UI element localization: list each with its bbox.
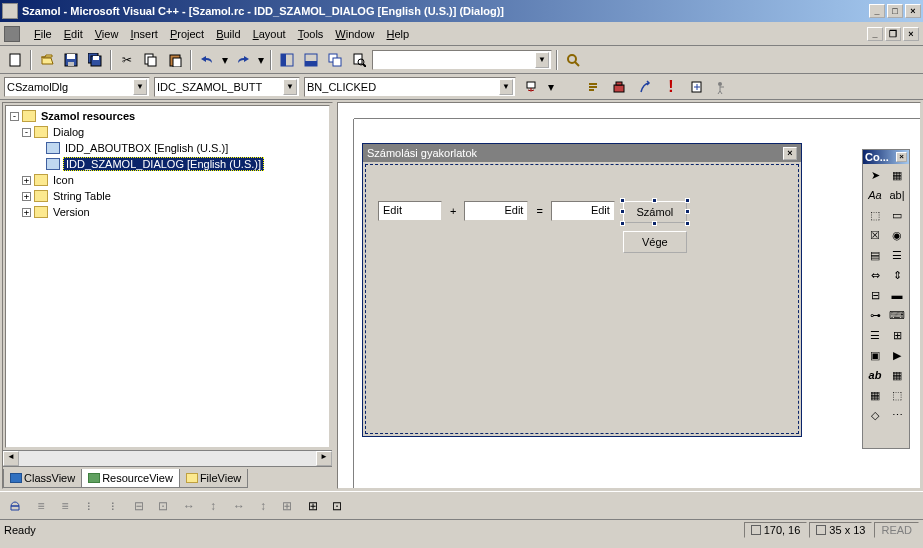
class-combo[interactable]: CSzamolDlg ▼ <box>4 77 150 97</box>
expand-toggle[interactable]: - <box>22 128 31 137</box>
edit-field-3[interactable]: Edit <box>551 201 615 221</box>
menu-project[interactable]: Project <box>164 26 210 42</box>
toggle-guides-button[interactable]: ⊡ <box>326 495 348 517</box>
same-width-button[interactable]: ↔ <box>228 495 250 517</box>
window-list-button[interactable] <box>324 49 346 71</box>
control-combo-dropdown[interactable]: ▼ <box>283 79 297 95</box>
menu-insert[interactable]: Insert <box>124 26 164 42</box>
go-button[interactable] <box>686 76 708 98</box>
stop-build-button[interactable] <box>634 76 656 98</box>
message-combo-dropdown[interactable]: ▼ <box>499 79 513 95</box>
tree-root[interactable]: - Szamol resources <box>8 108 327 124</box>
maximize-button[interactable]: □ <box>887 4 903 18</box>
tree-version-folder[interactable]: + Version <box>8 204 327 220</box>
expand-toggle[interactable]: - <box>10 112 19 121</box>
same-height-button[interactable]: ↕ <box>252 495 274 517</box>
collapse-toggle[interactable]: + <box>22 176 31 185</box>
slider-tool[interactable]: ⊶ <box>864 305 886 325</box>
collapse-toggle[interactable]: + <box>22 192 31 201</box>
richedit-tool[interactable]: ab <box>864 365 886 385</box>
open-button[interactable] <box>36 49 58 71</box>
radio-tool[interactable]: ◉ <box>886 225 908 245</box>
output-button[interactable] <box>300 49 322 71</box>
menu-view[interactable]: View <box>89 26 125 42</box>
menu-layout[interactable]: Layout <box>247 26 292 42</box>
align-right-button[interactable]: ≡ <box>54 495 76 517</box>
group-box-tool[interactable]: ⬚ <box>864 205 886 225</box>
mdi-close-button[interactable]: × <box>903 27 919 41</box>
selection-handle[interactable] <box>620 221 625 226</box>
space-down-button[interactable]: ↕ <box>202 495 224 517</box>
extended-tool[interactable]: ⋯ <box>886 405 908 425</box>
center-horizontal-button[interactable]: ⊡ <box>152 495 174 517</box>
find-combo-dropdown[interactable]: ▼ <box>535 52 549 68</box>
paste-button[interactable] <box>164 49 186 71</box>
vege-button[interactable]: Vége <box>623 231 687 253</box>
wizard-action-button[interactable] <box>520 76 542 98</box>
tab-classview[interactable]: ClassView <box>3 469 82 488</box>
wizard-dropdown[interactable]: ▾ <box>546 76 556 98</box>
treectrl-tool[interactable]: ⊞ <box>886 325 908 345</box>
tree-szamol-dialog[interactable]: IDD_SZAMOL_DIALOG [English (U.S.)] <box>8 156 327 172</box>
tree-icon-folder[interactable]: + Icon <box>8 172 327 188</box>
selection-handle[interactable] <box>620 198 625 203</box>
szamol-button[interactable]: Számol <box>623 201 687 223</box>
mdi-minimize-button[interactable]: _ <box>867 27 883 41</box>
pointer-tool[interactable]: ➤ <box>864 165 886 185</box>
align-top-button[interactable]: ⫶ <box>78 495 100 517</box>
vertical-ruler[interactable] <box>338 119 354 488</box>
toolbox-titlebar[interactable]: Co... × <box>863 150 909 164</box>
selection-handle[interactable] <box>685 198 690 203</box>
class-combo-dropdown[interactable]: ▼ <box>133 79 147 95</box>
combobox-tool[interactable]: ▤ <box>864 245 886 265</box>
controls-toolbox[interactable]: Co... × ➤ ▦ Aa ab| ⬚ ▭ ☒ ◉ ▤ ☰ ⇔ <box>862 149 910 449</box>
build-compile-button[interactable] <box>582 76 604 98</box>
picture-tool[interactable]: ▦ <box>886 165 908 185</box>
dialog-close-button[interactable]: × <box>783 147 797 160</box>
vscrollbar-tool[interactable]: ⇕ <box>886 265 908 285</box>
edit-field-2[interactable]: Edit <box>464 201 528 221</box>
toolbox-close-button[interactable]: × <box>896 152 907 162</box>
message-combo[interactable]: BN_CLICKED ▼ <box>304 77 516 97</box>
tree-scrollbar[interactable]: ◄ ► <box>3 450 332 466</box>
menu-file[interactable]: File <box>28 26 58 42</box>
selection-handle[interactable] <box>685 209 690 214</box>
button-tool[interactable]: ▭ <box>886 205 908 225</box>
resource-tree[interactable]: - Szamol resources - Dialog IDD_ABOUTBOX… <box>5 105 330 448</box>
find-in-files-button[interactable] <box>348 49 370 71</box>
toggle-grid-button[interactable]: ⊞ <box>302 495 324 517</box>
align-bottom-button[interactable]: ⫶ <box>102 495 124 517</box>
listbox-tool[interactable]: ☰ <box>886 245 908 265</box>
menu-build[interactable]: Build <box>210 26 246 42</box>
tree-stringtable-folder[interactable]: + String Table <box>8 188 327 204</box>
same-size-button[interactable]: ⊞ <box>276 495 298 517</box>
tree-dialog-folder[interactable]: - Dialog <box>8 124 327 140</box>
hscrollbar-tool[interactable]: ⇔ <box>864 265 886 285</box>
find-button[interactable] <box>562 49 584 71</box>
test-dialog-button[interactable] <box>4 495 26 517</box>
dialog-client-area[interactable]: Edit + Edit = Edit Számol <box>365 164 799 434</box>
dialog-titlebar[interactable]: Számolási gyakorlatok × <box>363 144 801 162</box>
selection-handle[interactable] <box>652 221 657 226</box>
save-all-button[interactable] <box>84 49 106 71</box>
spin-tool[interactable]: ⊟ <box>864 285 886 305</box>
tree-aboutbox[interactable]: IDD_ABOUTBOX [English (U.S.)] <box>8 140 327 156</box>
mdi-restore-button[interactable]: ❐ <box>885 27 901 41</box>
collapse-toggle[interactable]: + <box>22 208 31 217</box>
edit-field-1[interactable]: Edit <box>378 201 442 221</box>
undo-dropdown[interactable]: ▾ <box>220 49 230 71</box>
menu-edit[interactable]: Edit <box>58 26 89 42</box>
hotkey-tool[interactable]: ⌨ <box>886 305 908 325</box>
custom-tool[interactable]: ◇ <box>864 405 886 425</box>
progress-tool[interactable]: ▬ <box>886 285 908 305</box>
redo-dropdown[interactable]: ▾ <box>256 49 266 71</box>
dialog-preview[interactable]: Számolási gyakorlatok × Edit + Edit = Ed… <box>362 143 802 437</box>
undo-button[interactable] <box>196 49 218 71</box>
menu-tools[interactable]: Tools <box>292 26 330 42</box>
menu-help[interactable]: Help <box>381 26 416 42</box>
minimize-button[interactable]: _ <box>869 4 885 18</box>
space-across-button[interactable]: ↔ <box>178 495 200 517</box>
cut-button[interactable]: ✂ <box>116 49 138 71</box>
execute-button[interactable]: ! <box>660 76 682 98</box>
close-button[interactable]: × <box>905 4 921 18</box>
